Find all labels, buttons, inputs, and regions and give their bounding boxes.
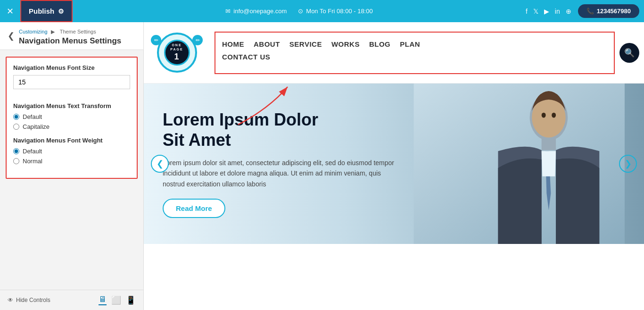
hero-title-line2: Sit Amet [163,130,231,150]
font-weight-default[interactable]: Default [13,148,130,155]
text-transform-options: Default Capitalize [13,113,130,130]
svg-point-6 [552,113,556,118]
nav-about[interactable]: ABOUT [254,37,280,51]
hours-text: Mon To Fri 08:00 - 18:00 [306,8,372,15]
settings-panel: Navigation Menus Font Size Navigation Me… [6,57,138,179]
font-weight-default-radio[interactable] [13,148,19,154]
logo-inner: ONE PAGE 1 [164,40,190,66]
publish-label: Publish [29,7,54,15]
hide-controls[interactable]: 👁 Hide Controls [8,297,50,303]
logo-number: 1 [174,51,179,62]
font-weight-label: Navigation Menus Font Weight [13,137,130,144]
search-icon: 🔍 [624,48,635,58]
font-weight-normal-radio[interactable] [13,158,19,164]
hero-person [394,84,644,244]
next-icon: ❯ [625,159,632,169]
hide-controls-label: Hide Controls [16,297,50,303]
svg-point-5 [541,113,545,118]
font-size-label: Navigation Menus Font Size [13,64,130,71]
nav-home[interactable]: HOME [222,37,244,51]
font-size-input[interactable] [13,75,130,89]
font-weight-default-label: Default [23,148,42,155]
text-transform-capitalize[interactable]: Capitalize [13,123,130,130]
sidebar: ❮ Customizing ▶ Theme Settings Navigatio… [0,22,144,310]
nav-service[interactable]: SERVICE [289,37,322,51]
close-button[interactable]: ✕ [0,0,20,22]
hero-title-line1: Lorem Ipsum Dolor [163,110,318,129]
facebook-icon[interactable]: f [526,8,528,15]
text-transform-default[interactable]: Default [13,113,130,120]
text-transform-capitalize-label: Capitalize [23,123,50,130]
hero-title: Lorem Ipsum Dolor Sit Amet [163,109,400,150]
font-weight-normal-label: Normal [23,158,42,165]
search-button[interactable]: 🔍 [619,43,639,63]
font-weight-section: Navigation Menus Font Weight Default Nor… [13,137,130,165]
top-bar-left: ✕ Publish ⚙ [0,0,73,22]
svg-rect-3 [541,138,555,151]
logo-edit-right-button[interactable]: ✏ [192,35,203,45]
logo-text: ONE PAGE [165,43,189,51]
hero-next-button[interactable]: ❯ [619,155,637,173]
sidebar-footer: 👁 Hide Controls 🖥 ⬜ 📱 [0,290,143,310]
hero-section: ❮ Lorem Ipsum Dolor Sit Amet Lorem ipsum… [144,84,644,244]
breadcrumb: Customizing ▶ Theme Settings [19,29,136,35]
eye-icon: 👁 [8,297,13,303]
prev-icon: ❮ [157,159,164,169]
hero-body: Lorem ipsum dolor sit amet, consectetur … [163,158,400,189]
breadcrumb-section: Theme Settings [60,29,96,34]
text-transform-section: Navigation Menus Text Transform Default … [13,102,130,130]
breadcrumb-customizing[interactable]: Customizing [19,29,48,34]
read-more-button[interactable]: Read More [163,199,225,218]
instagram-icon[interactable]: ⊕ [566,8,571,15]
font-size-section: Navigation Menus Font Size [13,64,130,96]
publish-button[interactable]: Publish ⚙ [20,0,73,22]
nav-contact[interactable]: CONTACT US [222,53,607,61]
site-nav-menu: HOME ABOUT SERVICE WORKS BLOG PLAN CONTA… [215,32,615,74]
social-icons: f 𝕏 ▶ in ⊕ [526,8,571,15]
nav-items-row: HOME ABOUT SERVICE WORKS BLOG PLAN [222,37,607,51]
back-button[interactable]: ❮ [4,29,18,43]
nav-works[interactable]: WORKS [331,37,360,51]
youtube-icon[interactable]: ▶ [544,8,549,15]
logo-circle: ONE PAGE 1 [157,33,197,73]
phone-icon: 📞 [586,8,594,15]
device-icons: 🖥 ⬜ 📱 [99,295,136,305]
text-transform-default-label: Default [23,113,42,120]
email-info: ✉ info@onepage.com [225,8,287,15]
main-layout: ❮ Customizing ▶ Theme Settings Navigatio… [0,22,644,310]
gear-icon: ⚙ [58,8,64,15]
desktop-device-button[interactable]: 🖥 [99,295,107,305]
hours-info: ⊙ Mon To Fri 08:00 - 18:00 [298,8,372,15]
font-weight-options: Default Normal [13,148,130,165]
person-image [394,84,644,244]
site-logo-area: ✏ ONE PAGE 1 ✏ [149,33,205,73]
nav-plan[interactable]: PLAN [400,37,420,51]
text-transform-capitalize-radio[interactable] [13,124,19,130]
preview-area: ✏ ONE PAGE 1 ✏ HOME ABOUT SERVICE WORKS … [144,22,644,310]
breadcrumb-separator: ▶ [51,29,56,34]
twitter-icon[interactable]: 𝕏 [533,8,538,15]
hero-content: Lorem Ipsum Dolor Sit Amet Lorem ipsum d… [144,95,419,233]
sidebar-header: ❮ Customizing ▶ Theme Settings Navigatio… [0,22,143,50]
sidebar-title: Navigation Menus Settings [19,36,136,46]
top-bar-center: ✉ info@onepage.com ⊙ Mon To Fri 08:00 - … [73,8,526,15]
clock-icon: ⊙ [298,8,303,15]
hero-prev-button[interactable]: ❮ [151,155,169,173]
phone-button[interactable]: 📞 1234567980 [578,4,639,18]
email-text: info@onepage.com [233,8,287,15]
email-icon: ✉ [225,8,231,15]
top-bar: ✕ Publish ⚙ ✉ info@onepage.com ⊙ Mon To … [0,0,644,22]
text-transform-label: Navigation Menus Text Transform [13,102,130,109]
top-bar-right: f 𝕏 ▶ in ⊕ 📞 1234567980 [526,4,639,18]
site-nav-bar: ✏ ONE PAGE 1 ✏ HOME ABOUT SERVICE WORKS … [144,22,644,84]
nav-blog[interactable]: BLOG [369,37,390,51]
text-transform-default-radio[interactable] [13,114,19,120]
linkedin-icon[interactable]: in [555,8,560,15]
tablet-device-button[interactable]: ⬜ [111,295,121,305]
font-weight-normal[interactable]: Normal [13,158,130,165]
phone-number: 1234567980 [597,8,631,15]
mobile-device-button[interactable]: 📱 [126,295,136,305]
